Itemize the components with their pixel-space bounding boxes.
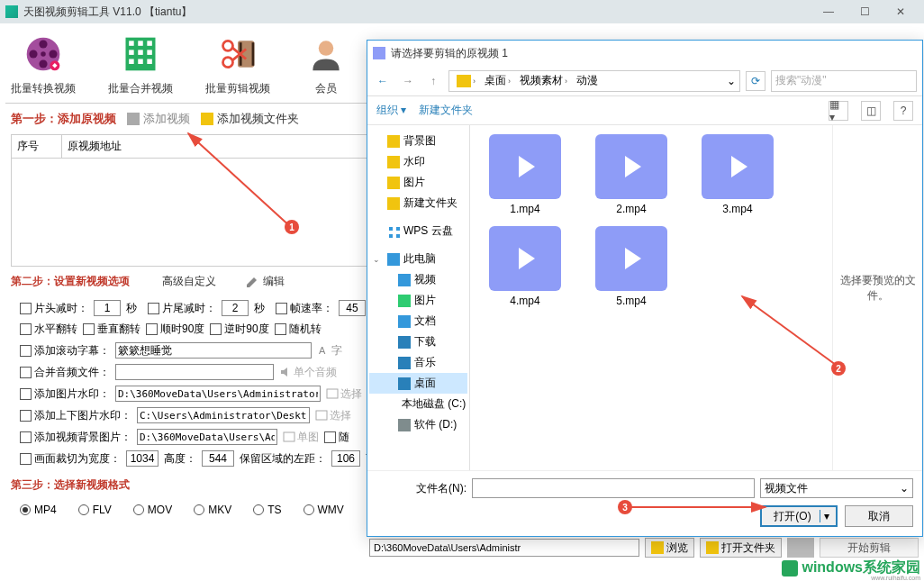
video-thumbnail-icon [595,226,667,291]
format-radio-mov[interactable]: MOV [133,504,172,516]
fps-check[interactable]: 帧速率： [276,301,333,316]
format-radio-mkv[interactable]: MKV [194,504,231,516]
keepleft-input[interactable] [331,450,360,467]
new-folder-button[interactable]: 新建文件夹 [419,103,473,118]
tree-item[interactable]: 背景图 [369,131,467,151]
edit-button[interactable]: 编辑 [245,274,285,289]
close-button[interactable]: ✕ [883,1,919,23]
tree-item[interactable]: ⌄此电脑 [369,249,467,269]
cropw-check[interactable]: 画面裁切为宽度： [20,451,121,467]
radio-icon [78,504,89,515]
mergeaudio-input[interactable] [115,364,274,380]
advanced-toggle[interactable]: 高级自定义 [159,274,216,289]
help-button[interactable]: ? [893,101,913,121]
trim-head-input[interactable] [94,300,121,316]
file-item[interactable]: 3.mp4 [688,134,787,215]
search-input[interactable]: 搜索"动漫" [771,70,917,92]
tree-item[interactable]: 视频 [369,269,467,290]
preview-toggle-button[interactable]: ◫ [861,101,881,121]
organize-menu[interactable]: 组织 ▾ [376,103,406,118]
filename-input[interactable] [472,478,755,498]
fps-input[interactable] [339,300,366,316]
single-img-button[interactable]: 单图 [283,430,319,445]
tree-item[interactable]: 软件 (D:) [369,414,467,435]
filter-select[interactable]: 视频文件⌄ [760,478,913,498]
imgwm-check[interactable]: 添加图片水印： [20,386,110,402]
cancel-button[interactable]: 取消 [845,505,913,527]
tree-item[interactable]: 水印 [369,151,467,172]
tree-item[interactable]: WPS 云盘 [369,221,467,241]
tree-item[interactable]: 下载 [369,331,467,352]
trim-tail-input[interactable] [222,300,249,316]
imgwm-input[interactable] [115,386,321,402]
random2-check[interactable]: 随 [324,430,349,445]
topbotwm-input[interactable] [137,407,310,423]
tree-item[interactable]: 本地磁盘 (C:) [369,394,467,414]
svg-rect-16 [147,59,152,64]
vflip-check[interactable]: 垂直翻转 [83,322,140,337]
tool-batch-merge[interactable]: 批量合并视频 [108,31,173,96]
browse-button[interactable]: 浏览 [645,538,694,558]
nav-up-button[interactable]: ↑ [423,71,443,91]
tree-item[interactable]: 音乐 [369,352,467,373]
file-item[interactable]: 5.mp4 [582,226,681,307]
nav-refresh-button[interactable]: ⟳ [746,71,765,91]
add-video-link[interactable]: 添加视频 [127,111,190,127]
format-radio-ts[interactable]: TS [253,504,281,516]
tree-item[interactable]: 图片 [369,290,467,311]
select-wm-button[interactable]: 选择 [326,386,362,402]
single-audio-button[interactable]: 单个音频 [279,365,337,380]
topbotwm-check[interactable]: 添加上下图片水印： [20,408,131,423]
output-path-input[interactable] [369,539,639,557]
file-grid[interactable]: 1.mp42.mp43.mp44.mp45.mp4 [470,125,832,470]
open-dropdown-icon[interactable]: ▾ [820,510,832,522]
open-button[interactable]: 打开(O) ▾ [760,505,838,527]
file-item[interactable]: 2.mp4 [582,134,681,215]
tree-item[interactable]: 文档 [369,311,467,331]
scrollsub-check[interactable]: 添加滚动字幕： [20,343,110,359]
ccw90-check[interactable]: 逆时90度 [210,322,268,337]
tool-member[interactable]: 会员 [303,31,349,96]
view-mode-button[interactable]: ▦ ▾ [829,101,848,121]
breadcrumb-dropdown[interactable]: ⌄ [727,75,736,87]
tree-item[interactable]: 桌面 [369,373,467,394]
croph-input[interactable] [202,450,234,467]
breadcrumb-root[interactable]: › [453,75,479,87]
cw90-check[interactable]: 顺时90度 [146,322,204,337]
tree-img-icon [398,295,411,307]
select-topbot-button[interactable]: 选择 [315,408,351,423]
breadcrumb[interactable]: › 桌面› 视频素材› 动漫 ⌄ [448,70,740,92]
mergeaudio-check[interactable]: 合并音频文件： [20,365,110,380]
add-folder-link[interactable]: 添加视频文件夹 [201,111,299,127]
tool-batch-convert[interactable]: 批量转换视频 [11,31,76,96]
folder-tree[interactable]: 背景图水印图片新建文件夹WPS 云盘⌄此电脑视频图片文档下载音乐桌面本地磁盘 (… [367,125,470,470]
breadcrumb-item-0[interactable]: 桌面› [481,73,514,88]
minimize-button[interactable]: — [811,1,847,23]
hflip-check[interactable]: 水平翻转 [20,322,77,337]
breadcrumb-item-2[interactable]: 动漫 [573,73,602,88]
trim-head-check[interactable]: 片头减时： [20,301,88,316]
video-thumbnail-icon [595,134,667,199]
bgimg-input[interactable] [137,429,277,445]
random-check[interactable]: 随机转 [275,322,322,337]
cropw-input[interactable] [126,450,159,467]
tool-batch-clip[interactable]: 批量剪辑视频 [205,31,270,96]
start-clip-button[interactable]: 开始剪辑 [820,538,919,558]
tree-item[interactable]: 新建文件夹 [369,193,467,213]
format-radio-flv[interactable]: FLV [78,504,112,516]
dialog-navbar: ← → ↑ › 桌面› 视频素材› 动漫 ⌄ ⟳ 搜索"动漫" [367,66,922,96]
scrollsub-input[interactable] [115,342,312,359]
file-item[interactable]: 1.mp4 [476,134,575,215]
breadcrumb-item-1[interactable]: 视频素材› [516,73,571,88]
format-radio-mp4[interactable]: MP4 [20,504,57,516]
file-item[interactable]: 4.mp4 [476,226,575,307]
nav-back-button[interactable]: ← [373,71,393,91]
tree-item[interactable]: 图片 [369,172,467,193]
font-button[interactable]: A 字 [317,343,342,359]
maximize-button[interactable]: ☐ [847,1,883,23]
trim-tail-check[interactable]: 片尾减时： [148,301,216,316]
format-radio-wmv[interactable]: WMV [303,504,344,516]
nav-forward-button[interactable]: → [398,71,418,91]
bgimg-check[interactable]: 添加视频背景图片： [20,430,131,445]
open-folder-button[interactable]: 打开文件夹 [700,538,782,558]
